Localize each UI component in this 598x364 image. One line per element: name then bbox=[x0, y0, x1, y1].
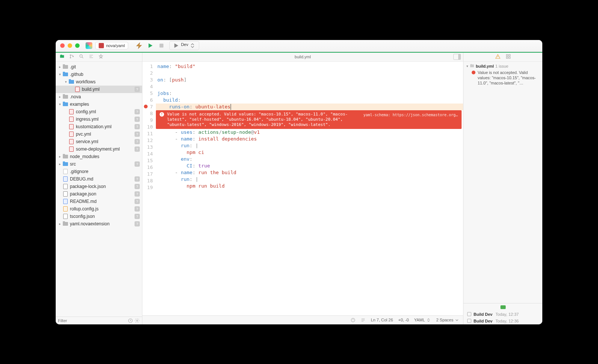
stop-icon[interactable] bbox=[158, 42, 165, 49]
tree-folder[interactable]: ▸.nova bbox=[56, 93, 142, 101]
tree-file[interactable]: package.json? bbox=[56, 190, 142, 198]
file-icon bbox=[68, 139, 74, 144]
run-checkbox[interactable] bbox=[467, 312, 471, 316]
issues-filename: build.yml bbox=[476, 64, 494, 68]
code-line[interactable] bbox=[156, 83, 463, 90]
issues-tab-icon[interactable] bbox=[495, 54, 500, 60]
folder-icon bbox=[68, 79, 74, 84]
error-message: Value is not accepted. Valid values: "ma… bbox=[167, 112, 360, 127]
terminal-icon[interactable] bbox=[500, 305, 506, 309]
tree-item-label: ingress.yml bbox=[76, 117, 135, 122]
code-line[interactable]: - name: install dependencies bbox=[156, 136, 463, 142]
code-line[interactable]: run: | bbox=[156, 142, 463, 149]
code-line[interactable] bbox=[156, 189, 463, 196]
file-icon bbox=[62, 191, 68, 197]
search-icon[interactable] bbox=[79, 54, 84, 60]
disclosure-triangle[interactable]: ▸ bbox=[58, 222, 62, 226]
code-editor[interactable]: 12345678910111213141516171819 name: "bui… bbox=[142, 62, 463, 315]
status-badge: ? bbox=[135, 124, 140, 129]
tree-item-label: package.json bbox=[70, 191, 135, 197]
disclosure-triangle[interactable]: ▸ bbox=[58, 65, 62, 69]
code-line[interactable]: npm run build bbox=[156, 183, 463, 189]
clock-icon[interactable] bbox=[128, 318, 133, 323]
tree-folder[interactable]: ▸node_modules bbox=[56, 153, 142, 160]
issues-indicator[interactable] bbox=[351, 318, 355, 323]
text-stats-icon[interactable] bbox=[361, 318, 366, 323]
tree-folder[interactable]: ▾workflows bbox=[56, 78, 142, 86]
code-line[interactable]: on: [push] bbox=[156, 77, 463, 83]
disclosure-triangle[interactable]: ▸ bbox=[58, 155, 62, 158]
tree-folder[interactable]: ▸.git bbox=[56, 63, 142, 71]
tree-file[interactable]: pvc.yml? bbox=[56, 130, 142, 138]
issue-item[interactable]: Value is not accepted. Valid values: "ma… bbox=[466, 70, 539, 86]
file-icon bbox=[62, 206, 68, 212]
tree-file[interactable]: some-deployment.yml? bbox=[56, 145, 142, 153]
grid-tab-icon[interactable] bbox=[506, 54, 511, 60]
tree-file[interactable]: DEBUG.md? bbox=[56, 175, 142, 183]
disclosure-triangle[interactable]: ▾ bbox=[58, 73, 62, 76]
folder-icon bbox=[62, 102, 68, 107]
error-gutter-icon[interactable] bbox=[144, 105, 148, 108]
tree-file[interactable]: config.yml? bbox=[56, 108, 142, 115]
code-line[interactable]: CI: true bbox=[156, 163, 463, 169]
tree-file[interactable]: rollup.config.js? bbox=[56, 205, 142, 213]
run-time: Today, 12:36 bbox=[496, 319, 519, 323]
code-area[interactable]: name: "build" on: [push] jobs: build: ru… bbox=[156, 62, 463, 315]
file-icon bbox=[68, 124, 74, 129]
cursor-position[interactable]: Ln 7, Col 26 bbox=[371, 318, 393, 322]
symbols-icon[interactable] bbox=[89, 54, 94, 60]
zoom-window-button[interactable] bbox=[75, 43, 80, 48]
run-icon[interactable] bbox=[147, 42, 154, 49]
tree-file[interactable]: kustomization.yml? bbox=[56, 123, 142, 130]
disclosure-triangle[interactable]: ▾ bbox=[64, 80, 68, 84]
run-history-item[interactable]: Build DevToday, 12:36 bbox=[463, 318, 542, 324]
code-line[interactable]: name: "build" bbox=[156, 63, 463, 70]
issues-file-header[interactable]: ▾ build.yml 1 issue bbox=[466, 64, 539, 68]
run-checkbox[interactable] bbox=[467, 319, 471, 323]
status-badge: ? bbox=[135, 206, 140, 212]
settings-icon[interactable] bbox=[135, 318, 140, 323]
clean-icon[interactable] bbox=[136, 42, 142, 49]
run-history-item[interactable]: Build DevToday, 12:37 bbox=[463, 311, 542, 318]
svg-point-4 bbox=[70, 57, 71, 58]
tree-file[interactable]: package-lock.json? bbox=[56, 183, 142, 190]
tree-file[interactable]: tsconfig.json? bbox=[56, 213, 142, 220]
tree-file[interactable]: .gitignore bbox=[56, 168, 142, 175]
run-config-selector[interactable]: Dev bbox=[169, 41, 199, 50]
files-icon[interactable] bbox=[59, 54, 65, 60]
code-line[interactable]: - uses: actions/setup-node@v1 bbox=[156, 129, 463, 136]
tree-folder[interactable]: ▾examples bbox=[56, 101, 142, 108]
code-line[interactable]: jobs: bbox=[156, 90, 463, 97]
inline-error-banner[interactable]: !Value is not accepted. Valid values: "m… bbox=[156, 110, 462, 129]
disclosure-triangle[interactable]: ▸ bbox=[58, 162, 62, 166]
indent-selector[interactable]: 2 Spaces bbox=[436, 318, 459, 323]
tree-file[interactable]: service.yml? bbox=[56, 138, 142, 145]
git-delta[interactable]: +0, -0 bbox=[398, 318, 409, 322]
close-window-button[interactable] bbox=[60, 43, 65, 48]
disclosure-triangle[interactable]: ▸ bbox=[58, 95, 62, 99]
tree-folder[interactable]: ▾.github bbox=[56, 71, 142, 78]
language-selector[interactable]: YAML bbox=[414, 318, 431, 323]
code-line[interactable]: runs-on: ubuntu-lates bbox=[156, 104, 463, 110]
tree-folder[interactable]: ▸src? bbox=[56, 160, 142, 168]
scm-icon[interactable] bbox=[69, 54, 74, 60]
project-tab[interactable]: nova/yaml bbox=[95, 42, 128, 49]
code-line[interactable]: npm ci bbox=[156, 149, 463, 156]
tree-folder[interactable]: ▸yaml.novaextension? bbox=[56, 220, 142, 228]
disclosure-triangle[interactable]: ▾ bbox=[58, 102, 62, 106]
tree-file[interactable]: ingress.yml? bbox=[56, 115, 142, 123]
minimize-window-button[interactable] bbox=[68, 43, 72, 48]
code-line[interactable] bbox=[156, 70, 463, 77]
split-pane-toggle[interactable] bbox=[453, 54, 461, 60]
runs-panel: Build DevToday, 12:37Build DevToday, 12:… bbox=[463, 303, 542, 324]
code-line[interactable]: - name: run the build bbox=[156, 169, 463, 176]
code-line[interactable]: build: bbox=[156, 97, 463, 104]
code-line[interactable]: env: bbox=[156, 156, 463, 163]
main-body: ▸.git▾.github▾workflowsbuild.yml?▸.nova▾… bbox=[56, 52, 542, 324]
filter-input[interactable] bbox=[58, 318, 126, 323]
file-tree[interactable]: ▸.git▾.github▾workflowsbuild.yml?▸.nova▾… bbox=[56, 62, 142, 317]
star-icon[interactable] bbox=[98, 54, 104, 60]
tree-file[interactable]: build.yml? bbox=[56, 86, 142, 93]
tree-file[interactable]: README.md? bbox=[56, 198, 142, 205]
code-line[interactable]: run: | bbox=[156, 176, 463, 183]
